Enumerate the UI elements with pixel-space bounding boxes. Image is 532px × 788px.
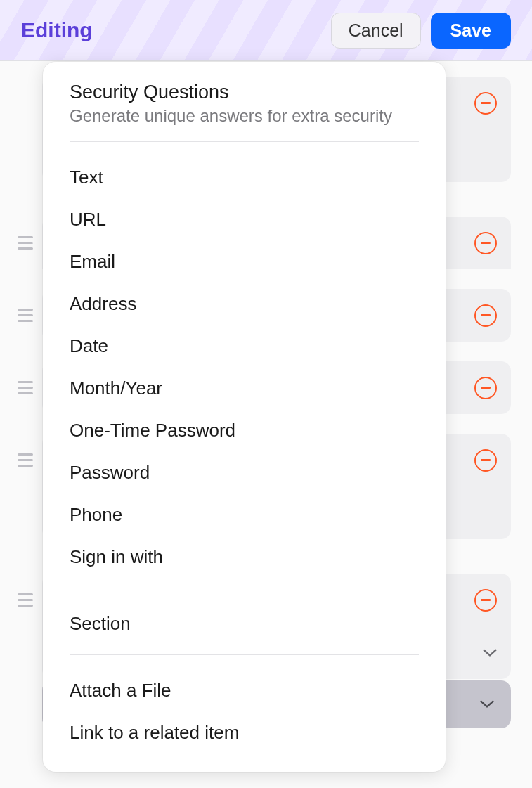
save-button[interactable]: Save — [431, 13, 511, 49]
dropdown-item-otp[interactable]: One-Time Password — [43, 409, 446, 451]
dropdown-item-url[interactable]: URL — [43, 198, 446, 240]
dropdown-item-section[interactable]: Section — [43, 602, 446, 645]
dropdown-item-password[interactable]: Password — [43, 451, 446, 493]
chevron-down-icon[interactable] — [483, 646, 497, 660]
remove-icon[interactable] — [474, 589, 497, 612]
drag-handle-icon[interactable] — [8, 593, 42, 607]
dropdown-item-text[interactable]: Text — [43, 156, 446, 198]
dropdown-item-signin[interactable]: Sign in with — [43, 536, 446, 578]
dropdown-item-phone[interactable]: Phone — [43, 493, 446, 536]
dropdown-item-email[interactable]: Email — [43, 240, 446, 283]
remove-icon[interactable] — [474, 232, 497, 254]
drag-handle-icon[interactable] — [8, 453, 42, 467]
dropdown-item-address[interactable]: Address — [43, 283, 446, 325]
dropdown-item-attach-file[interactable]: Attach a File — [43, 669, 446, 711]
remove-icon[interactable] — [474, 449, 497, 472]
header-buttons: Cancel Save — [331, 13, 511, 49]
dropdown-item-month-year[interactable]: Month/Year — [43, 367, 446, 409]
drag-handle-icon[interactable] — [8, 309, 42, 322]
field-type-dropdown: Security Questions Generate unique answe… — [43, 62, 446, 772]
dropdown-heading: Security Questions — [70, 82, 419, 103]
remove-icon[interactable] — [474, 92, 497, 115]
remove-icon[interactable] — [474, 304, 497, 327]
drag-handle-icon[interactable] — [8, 236, 42, 250]
page-title: Editing — [21, 18, 93, 42]
header-bar: Editing Cancel Save — [0, 0, 532, 61]
remove-icon[interactable] — [474, 377, 497, 399]
dropdown-item-date[interactable]: Date — [43, 325, 446, 367]
drag-handle-icon[interactable] — [8, 381, 42, 394]
dropdown-subtitle: Generate unique answers for extra securi… — [70, 106, 419, 126]
chevron-down-icon — [480, 697, 494, 711]
dropdown-item-link-related[interactable]: Link to a related item — [43, 711, 446, 754]
cancel-button[interactable]: Cancel — [331, 13, 421, 49]
